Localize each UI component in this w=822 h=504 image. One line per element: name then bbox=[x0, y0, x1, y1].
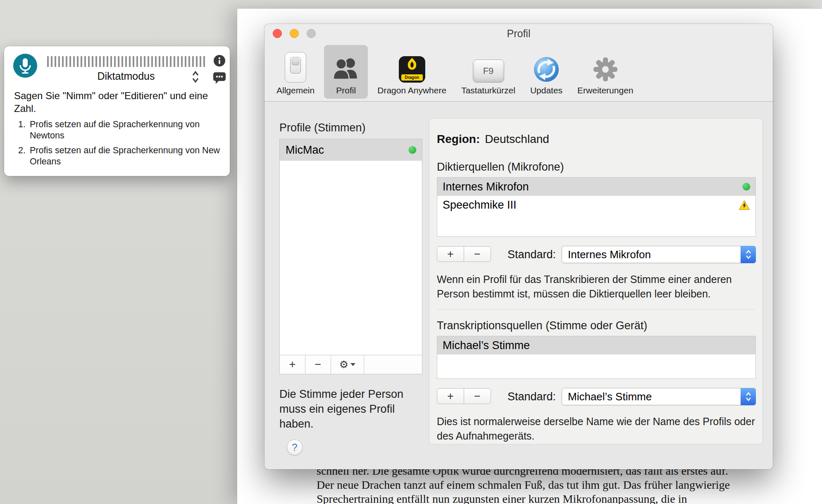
dictation-mode-label: Diktatmodus bbox=[47, 70, 205, 82]
standard-voice-dropdown[interactable]: Michael’s Stimme bbox=[562, 388, 756, 405]
preferences-toolbar: Allgemein Profil bbox=[264, 43, 773, 102]
suggestion-item[interactable]: 1. Profis setzen auf die Spracherkennung… bbox=[14, 119, 224, 141]
suggestion-number: 1. bbox=[14, 119, 26, 141]
standard-label: Standard: bbox=[499, 248, 556, 261]
help-label: ? bbox=[292, 442, 297, 453]
source-name: Michael’s Stimme bbox=[443, 339, 750, 352]
audio-level-meter bbox=[47, 56, 205, 67]
add-source-button[interactable]: + bbox=[437, 246, 464, 262]
preferences-window: Profil Allgemein bbox=[264, 24, 773, 469]
add-profile-button[interactable]: + bbox=[280, 355, 305, 374]
profiles-header: Profile (Stimmen) bbox=[279, 121, 366, 134]
dictation-sources-controls: + − Standard: Internes Mikrofon bbox=[437, 246, 756, 263]
remove-source-button[interactable]: − bbox=[464, 388, 491, 404]
status-active-icon bbox=[409, 146, 416, 154]
tab-tastaturkuerzel[interactable]: F9 Tastaturkürzel bbox=[456, 45, 521, 99]
profiles-list: MicMac + − ⚙ bbox=[279, 139, 422, 374]
standard-label: Standard: bbox=[499, 390, 556, 403]
dropdown-value: Internes Mikrofon bbox=[568, 246, 737, 263]
transcription-sources-header: Transkriptionsquellen (Stimme oder Gerät… bbox=[437, 319, 647, 332]
suggestion-text: Profis setzen auf die Spracherkennung vo… bbox=[30, 119, 224, 141]
transcription-sources-note: Dies ist normalerweise derselbe Name wie… bbox=[437, 414, 756, 443]
tab-profil[interactable]: Profil bbox=[324, 45, 368, 99]
window-title: Profil bbox=[264, 24, 773, 43]
tab-dragon-anywhere[interactable]: Dragon Dragon Anywhere bbox=[372, 45, 452, 99]
profiles-note: Die Stimme jeder Person muss ein eigenes… bbox=[279, 387, 413, 431]
profile-name: MicMac bbox=[286, 144, 409, 157]
chevron-up-down-icon bbox=[191, 69, 200, 84]
source-row[interactable]: Michael’s Stimme bbox=[437, 336, 755, 354]
document-text[interactable]: schnell her. Die gesamte Optik wurde dur… bbox=[317, 464, 730, 504]
tab-label: Profil bbox=[336, 86, 356, 95]
profile-detail-panel: Region:Deutschland Diktierquellen (Mikro… bbox=[429, 118, 763, 445]
dropdown-value: Michael’s Stimme bbox=[568, 388, 737, 405]
tab-label: Dragon Anywhere bbox=[377, 86, 446, 95]
dictation-suggestions: 1. Profis setzen auf die Spracherkennung… bbox=[14, 119, 224, 171]
desktop: schnell her. Die gesamte Optik wurde dur… bbox=[0, 0, 822, 504]
general-switch-icon bbox=[285, 52, 306, 83]
document-line: Der neue Drachen tanzt auf einem schmale… bbox=[317, 478, 730, 492]
profile-users-icon bbox=[329, 56, 362, 83]
suggestion-text: Profis setzen auf die Spracherkennung vo… bbox=[30, 145, 224, 167]
keyboard-key-icon: F9 bbox=[473, 59, 504, 83]
extensions-gear-icon bbox=[592, 56, 619, 83]
help-button[interactable]: ? bbox=[287, 440, 303, 455]
transcription-sources-controls: + − Standard: Michael’s Stimme bbox=[437, 388, 756, 405]
region-label: Region: bbox=[437, 133, 480, 145]
popup-chevrons-icon bbox=[741, 246, 756, 263]
chevron-down-icon bbox=[350, 363, 355, 366]
suggestion-item[interactable]: 2. Profis setzen auf die Spracherkennung… bbox=[14, 145, 224, 167]
dictation-sources-note: Wenn ein Profil für das Transkribieren d… bbox=[437, 272, 756, 301]
tab-erweiterungen[interactable]: Erweiterungen bbox=[572, 45, 639, 99]
source-name: Internes Mikrofon bbox=[443, 181, 743, 193]
dictation-instruction: Sagen Sie "Nimm" oder "Editieren" und ei… bbox=[14, 89, 223, 115]
suggestion-number: 2. bbox=[14, 145, 26, 167]
source-name: Speechmike III bbox=[443, 199, 739, 212]
region-value: Deutschland bbox=[485, 133, 549, 145]
profiles-list-toolbar: + − ⚙ bbox=[280, 355, 422, 374]
remove-source-button[interactable]: − bbox=[464, 246, 491, 262]
status-active-icon bbox=[743, 183, 750, 190]
tab-label: Updates bbox=[530, 86, 562, 95]
updates-sync-icon bbox=[533, 56, 560, 83]
popup-chevrons-icon bbox=[741, 388, 756, 405]
info-icon[interactable] bbox=[213, 55, 226, 67]
divider bbox=[437, 309, 755, 310]
titlebar[interactable]: Profil bbox=[264, 24, 773, 43]
dictation-sources-header: Diktierquellen (Mikrofone) bbox=[437, 161, 564, 174]
source-row[interactable]: Internes Mikrofon bbox=[437, 178, 755, 196]
standard-mic-dropdown[interactable]: Internes Mikrofon bbox=[562, 246, 756, 263]
tab-allgemein[interactable]: Allgemein bbox=[271, 45, 320, 99]
mode-stepper[interactable] bbox=[191, 69, 200, 84]
dictation-sources-list: Internes Mikrofon Speechmike III bbox=[437, 177, 756, 237]
warning-icon bbox=[739, 200, 750, 210]
tab-label: Erweiterungen bbox=[577, 86, 633, 95]
tab-updates[interactable]: Updates bbox=[525, 45, 568, 99]
transcription-sources-list: Michael’s Stimme bbox=[437, 336, 756, 379]
dictation-status-window: Diktatmodus Sagen Sie "Nimm" oder bbox=[4, 46, 230, 176]
toolbar-filler bbox=[364, 355, 422, 374]
profile-row[interactable]: MicMac bbox=[280, 139, 422, 161]
profil-pane: Profile (Stimmen) MicMac + − ⚙ Die Stimm… bbox=[264, 102, 773, 469]
key-label: F9 bbox=[483, 66, 494, 76]
dragon-anywhere-icon: Dragon bbox=[399, 56, 425, 83]
gear-icon: ⚙ bbox=[339, 359, 348, 371]
dragon-badge: Dragon bbox=[401, 74, 423, 81]
profile-actions-button[interactable]: ⚙ bbox=[331, 355, 364, 374]
region-row: Region:Deutschland bbox=[437, 133, 549, 146]
add-source-button[interactable]: + bbox=[437, 388, 464, 404]
source-row[interactable]: Speechmike III bbox=[437, 196, 755, 214]
tab-label: Allgemein bbox=[276, 86, 315, 95]
chat-bubble-icon[interactable] bbox=[213, 72, 226, 84]
document-line: Sprechertraining entfällt nun zugunsten … bbox=[317, 492, 730, 504]
remove-profile-button[interactable]: − bbox=[305, 355, 331, 374]
tab-label: Tastaturkürzel bbox=[461, 86, 515, 95]
microphone-icon[interactable] bbox=[13, 54, 37, 78]
